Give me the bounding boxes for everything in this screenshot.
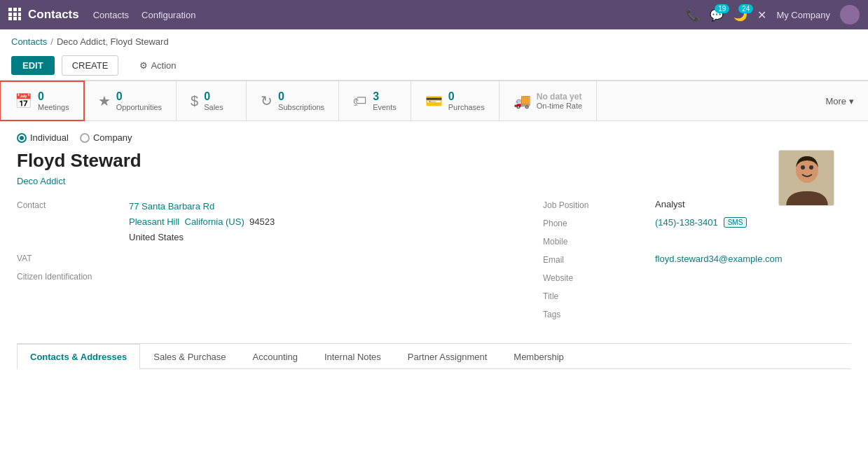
opportunities-icon: ★ [98, 92, 111, 109]
smart-btn-purchases[interactable]: 💳 0 Purchases [411, 81, 500, 120]
mobile-label: Mobile [543, 235, 655, 247]
state-link[interactable]: California (US) [185, 216, 244, 227]
smart-btn-subscriptions[interactable]: ↻ 0 Subscriptions [247, 81, 339, 120]
svg-rect-0 [8, 8, 12, 11]
svg-rect-7 [13, 17, 17, 20]
jobposition-label: Job Position [543, 199, 655, 210]
smart-btn-events[interactable]: 🏷 3 Events [339, 81, 411, 120]
opportunities-count: 0 [116, 90, 162, 103]
ontime-count: No data yet [537, 92, 582, 102]
events-icon: 🏷 [353, 93, 367, 109]
activities-badge: 24 [738, 4, 753, 13]
title-label: Title [543, 290, 655, 301]
ontime-label: On-time Rate [537, 102, 582, 110]
close-icon[interactable]: ✕ [757, 8, 766, 22]
email-label: Email [543, 254, 655, 265]
more-button[interactable]: More ▾ [811, 81, 868, 120]
title-field: Title [543, 290, 851, 301]
events-count: 3 [373, 90, 397, 103]
subscriptions-label: Subscriptions [278, 103, 324, 111]
edit-button[interactable]: EDIT [11, 56, 55, 75]
tab-internal-notes[interactable]: Internal Notes [311, 344, 394, 369]
svg-rect-6 [8, 17, 12, 20]
purchases-icon: 💳 [425, 92, 443, 109]
breadcrumb-current: Deco Addict, Floyd Steward [57, 36, 169, 47]
events-label: Events [373, 103, 397, 111]
phone-field: Phone (145)-138-3401 SMS [543, 217, 851, 228]
main-content: Individual Company Floyd Steward Deco Ad… [0, 121, 868, 380]
phone-label: Phone [543, 217, 655, 228]
more-chevron-icon: ▾ [849, 96, 854, 106]
smart-btn-meetings[interactable]: 📅 0 Meetings [0, 81, 85, 121]
email-link[interactable]: floyd.steward34@example.com [655, 254, 783, 264]
opportunities-label: Opportunities [116, 103, 162, 111]
create-button[interactable]: CREATE [62, 55, 119, 76]
breadcrumb: Contacts / Deco Addict, Floyd Steward [0, 29, 868, 51]
sales-count: 0 [204, 90, 223, 103]
app-name: Contacts [28, 8, 79, 22]
breadcrumb-parent[interactable]: Contacts [11, 36, 47, 47]
city-link[interactable]: Pleasant Hill [129, 216, 179, 227]
breadcrumb-separator: / [50, 36, 53, 47]
tags-label: Tags [543, 308, 655, 319]
toolbar: EDIT CREATE ⚙ Action [0, 51, 868, 80]
website-label: Website [543, 272, 655, 283]
individual-label: Individual [30, 132, 69, 143]
purchases-count: 0 [448, 90, 485, 103]
company-link[interactable]: Deco Addict [17, 176, 851, 186]
tab-sales-purchase[interactable]: Sales & Purchase [140, 344, 239, 369]
nav-configuration[interactable]: Configuration [142, 10, 195, 20]
contact-avatar[interactable] [778, 150, 834, 206]
phone-icon[interactable]: 📞 [686, 8, 700, 22]
street-link[interactable]: 77 Santa Barbara Rd [129, 201, 214, 212]
phone-number[interactable]: (145)-138-3401 [655, 217, 718, 228]
grid-icon[interactable] [8, 8, 21, 22]
purchases-label: Purchases [448, 103, 485, 111]
sms-button[interactable]: SMS [724, 217, 748, 228]
smart-btn-ontime[interactable]: 🚚 No data yet On-time Rate [500, 81, 597, 120]
radio-individual-dot [17, 133, 27, 143]
jobposition-value: Analyst [655, 199, 851, 209]
messages-icon[interactable]: 💬 19 [710, 8, 724, 22]
radio-company[interactable]: Company [80, 132, 132, 143]
avatar-area [778, 150, 834, 206]
svg-rect-4 [13, 13, 17, 16]
vat-label: VAT [17, 252, 129, 263]
radio-individual[interactable]: Individual [17, 132, 69, 143]
nav-contacts[interactable]: Contacts [93, 10, 129, 20]
vat-field: VAT [17, 252, 515, 263]
topnav: Contacts Contacts Configuration 📞 💬 19 🌙… [0, 0, 868, 29]
country-value: United States [129, 232, 184, 242]
sales-label: Sales [204, 103, 223, 111]
user-avatar[interactable] [840, 5, 860, 25]
company-name[interactable]: My Company [776, 10, 830, 20]
activities-icon[interactable]: 🌙 24 [733, 8, 748, 22]
address-label: Contact [17, 199, 129, 210]
svg-rect-3 [8, 13, 12, 16]
messages-badge: 19 [715, 4, 729, 13]
tab-contacts-addresses[interactable]: Contacts & Addresses [17, 344, 140, 369]
svg-rect-2 [18, 8, 21, 11]
meetings-count: 0 [38, 90, 69, 103]
smart-btn-sales[interactable]: $ 0 Sales [177, 81, 247, 120]
action-icon: ⚙ [139, 60, 148, 71]
svg-rect-8 [18, 17, 21, 20]
topnav-right: 📞 💬 19 🌙 24 ✕ My Company [686, 5, 860, 25]
email-value: floyd.steward34@example.com [655, 254, 851, 264]
address-field: Contact 77 Santa Barbara Rd Pleasant Hil… [17, 199, 515, 245]
meetings-icon: 📅 [15, 92, 32, 109]
smart-buttons-bar: 📅 0 Meetings ★ 0 Opportunities $ 0 Sales… [0, 81, 868, 121]
address-value: 77 Santa Barbara Rd Pleasant Hill Califo… [129, 199, 515, 245]
citizen-field: Citizen Identification [17, 270, 515, 282]
zip-value: 94523 [249, 216, 275, 227]
action-button[interactable]: ⚙ Action [139, 60, 176, 71]
website-field: Website [543, 272, 851, 283]
svg-point-11 [801, 165, 805, 170]
radio-company-dot [80, 133, 90, 143]
smart-btn-opportunities[interactable]: ★ 0 Opportunities [84, 81, 177, 120]
tab-membership[interactable]: Membership [500, 344, 577, 369]
tab-accounting[interactable]: Accounting [240, 344, 311, 369]
action-label: Action [151, 60, 176, 71]
tab-partner-assignment[interactable]: Partner Assignment [394, 344, 500, 369]
email-field: Email floyd.steward34@example.com [543, 254, 851, 265]
